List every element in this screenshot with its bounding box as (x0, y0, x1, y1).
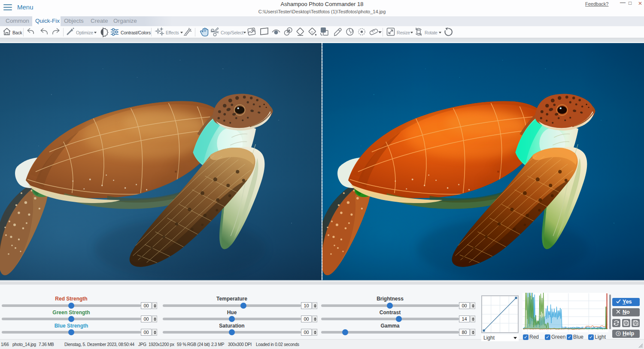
svg-text:?: ? (617, 332, 620, 336)
